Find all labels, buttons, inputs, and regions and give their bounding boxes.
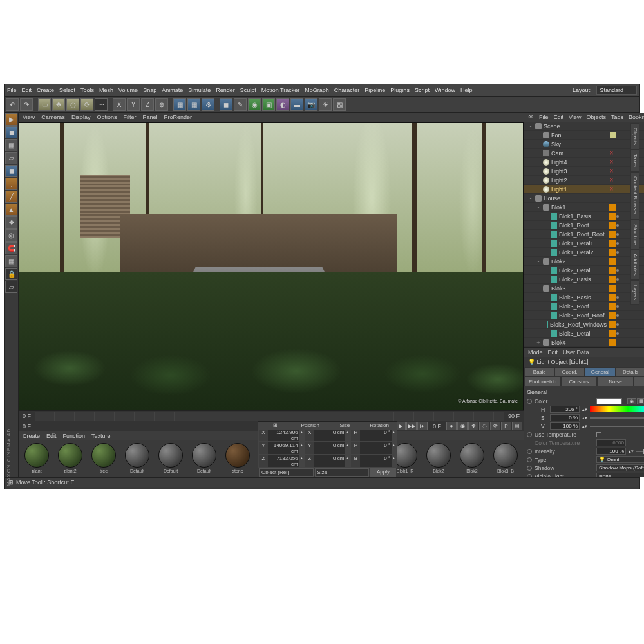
snap-toggle[interactable]: 🧲 [5, 242, 17, 254]
tree-row[interactable]: Light2✕ [524, 176, 644, 185]
material-thumb[interactable]: Default [122, 443, 153, 475]
spinner-icon[interactable]: ▴▾ [582, 407, 587, 412]
recent-tool[interactable]: ⋯ [95, 98, 108, 111]
objmenu-file[interactable]: File [539, 114, 549, 120]
side-tab-objects[interactable]: Objects [630, 123, 639, 149]
tag-dot[interactable] [616, 233, 619, 236]
anim-dot[interactable] [527, 466, 532, 471]
object-mode[interactable]: ◼ [5, 165, 17, 177]
menu-window[interactable]: Window [435, 87, 455, 93]
attr-tab-coord[interactable]: Coord. [554, 367, 585, 377]
coord-rot-h[interactable]: 0 ° [360, 430, 392, 441]
matmenu-create[interactable]: Create [23, 433, 40, 439]
objmenu-objects[interactable]: Objects [586, 114, 606, 120]
expand-toggle[interactable]: - [536, 258, 541, 265]
attr-tab-general[interactable]: General [585, 367, 615, 377]
tree-row[interactable]: -Blok1 [524, 203, 644, 212]
menu-snap[interactable]: Snap [143, 87, 156, 93]
key-param-button[interactable]: P [501, 422, 511, 430]
render-settings[interactable]: ⚙ [202, 98, 214, 111]
tag-texture-icon[interactable] [609, 231, 616, 238]
hsv-h-field[interactable]: 206 ° [550, 406, 580, 413]
tree-row[interactable]: Blok1_Basis [524, 212, 644, 221]
tag-texture-icon[interactable] [609, 213, 616, 220]
menu-script[interactable]: Script [415, 87, 430, 93]
tag-dot[interactable] [616, 224, 619, 227]
objmenu-bookmarks[interactable]: Bookmarks [629, 114, 644, 120]
menu-help[interactable]: Help [460, 87, 473, 93]
menu-mograph[interactable]: MoGraph [305, 87, 329, 93]
add-volume[interactable]: ▨ [333, 98, 346, 111]
menu-volume[interactable]: Volume [118, 87, 138, 93]
coord-size-x[interactable]: 0 cm [314, 430, 346, 441]
tree-row[interactable]: Blok3_Roof_Roof [524, 311, 644, 320]
tag-texture-icon[interactable] [609, 285, 616, 292]
menu-plugins[interactable]: Plugins [390, 87, 410, 93]
side-tab-takes[interactable]: Takes [630, 149, 639, 172]
select-tool[interactable]: ▭ [38, 98, 51, 111]
color-wheel-icon[interactable]: ◉ [627, 398, 636, 404]
attr-tab-basic[interactable]: Basic [524, 367, 554, 377]
spinner-icon[interactable]: ▴▾ [582, 415, 587, 421]
add-camera[interactable]: 📷 [305, 98, 317, 111]
coord-size-z[interactable]: 0 cm [314, 455, 346, 467]
color-swatch[interactable] [596, 398, 622, 404]
record-key-button[interactable]: ● [446, 422, 457, 430]
edge-mode[interactable]: ╱ [5, 191, 17, 203]
tree-row[interactable]: Blok2_Basis [524, 275, 644, 284]
timeline-ruler[interactable] [35, 412, 504, 421]
hsv-v-field[interactable]: 100 % [550, 422, 580, 430]
eye-icon[interactable]: 👁 [528, 114, 534, 120]
tree-row[interactable]: +Blok4 [524, 338, 644, 347]
material-thumb[interactable]: Blok2 [457, 443, 488, 475]
intensity-slider[interactable] [636, 451, 644, 452]
tag-dot[interactable] [616, 305, 619, 308]
tag-dot[interactable] [616, 269, 619, 272]
anim-dot[interactable] [527, 474, 532, 478]
coord-size-y[interactable]: 0 cm [314, 442, 346, 454]
attrmenu-userdata[interactable]: User Data [563, 349, 589, 355]
visible-light-dropdown[interactable]: None [596, 473, 644, 477]
matmenu-texture[interactable]: Texture [91, 433, 111, 439]
intensity-field[interactable]: 100 % [596, 448, 626, 455]
tree-row[interactable]: Light4✕ [524, 158, 644, 167]
make-editable[interactable]: ▶ [5, 113, 17, 126]
tree-row[interactable]: Blok3_Roof [524, 302, 644, 311]
vpmenu-filter[interactable]: Filter [123, 114, 136, 120]
material-thumb[interactable]: Blok3_B [490, 443, 521, 475]
goto-end-button[interactable]: ⏭ [417, 422, 428, 430]
spinner-icon[interactable]: ▴▾ [582, 424, 587, 429]
tree-row[interactable]: Cam✕ [524, 149, 644, 158]
tag-disable-icon[interactable]: ✕ [609, 168, 614, 174]
key-pos-button[interactable]: ✥ [468, 422, 478, 430]
tree-row[interactable]: Light3✕ [524, 167, 644, 176]
tag-dot[interactable] [616, 242, 619, 245]
menu-create[interactable]: Create [37, 87, 54, 93]
tag-dot[interactable] [616, 215, 619, 218]
autokey-button[interactable]: ◉ [457, 422, 468, 430]
tree-row[interactable]: -House [524, 194, 644, 203]
anim-dot[interactable] [527, 432, 532, 437]
scale-tool[interactable]: ◌ [66, 98, 79, 111]
expand-toggle[interactable]: - [528, 123, 533, 129]
tag-dot[interactable] [616, 323, 619, 326]
vpmenu-view[interactable]: View [23, 114, 35, 120]
sat-slider[interactable] [590, 417, 644, 419]
hue-slider[interactable] [590, 406, 644, 412]
tag-cone-icon[interactable] [610, 132, 616, 138]
menu-motiontracker[interactable]: Motion Tracker [261, 87, 300, 93]
tag-dot[interactable] [616, 314, 619, 317]
menu-tools[interactable]: Tools [80, 87, 94, 93]
attr-tab-details[interactable]: Details [616, 367, 644, 377]
type-dropdown[interactable]: 💡 Omni [596, 456, 644, 463]
expand-toggle[interactable]: - [536, 285, 541, 292]
tag-texture-icon[interactable] [609, 249, 616, 256]
add-extrude[interactable]: ▣ [262, 98, 275, 111]
vpmenu-options[interactable]: Options [97, 114, 117, 120]
coord-size-dropdown[interactable]: Size [315, 468, 370, 477]
polygon-mode[interactable]: ▲ [5, 204, 17, 216]
val-slider[interactable] [590, 426, 644, 427]
tree-row[interactable]: Blok3_Roof_Windows [524, 320, 644, 329]
material-thumb[interactable]: Blok2 [423, 443, 454, 475]
tag-dot[interactable] [616, 251, 619, 254]
